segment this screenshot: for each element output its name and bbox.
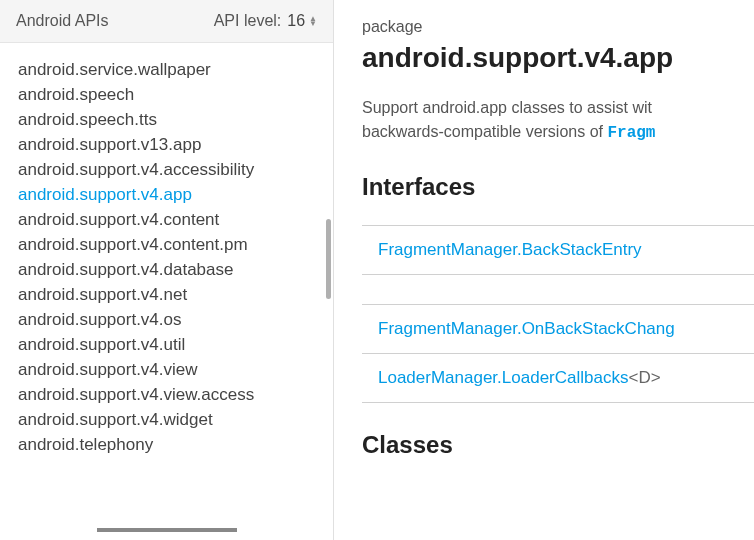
- sidebar-header: Android APIs API level: 16 ▲▼: [0, 0, 333, 43]
- spinner-icon: ▲▼: [309, 16, 317, 26]
- package-item[interactable]: android.support.v4.net: [18, 282, 333, 307]
- interface-row: FragmentManager.OnBackStackChang: [362, 305, 754, 354]
- interface-link[interactable]: FragmentManager.BackStackEntry: [378, 240, 642, 259]
- package-item[interactable]: android.support.v4.os: [18, 307, 333, 332]
- generic-param: <D>: [628, 368, 660, 387]
- package-item[interactable]: android.support.v4.util: [18, 332, 333, 357]
- resize-handle[interactable]: …: [97, 528, 237, 540]
- package-item[interactable]: android.support.v4.view: [18, 357, 333, 382]
- api-level-selector[interactable]: API level: 16 ▲▼: [214, 12, 317, 30]
- package-item[interactable]: android.support.v4.content.pm: [18, 232, 333, 257]
- package-item[interactable]: android.support.v4.app: [18, 182, 333, 207]
- interface-link[interactable]: LoaderManager.LoaderCallbacks: [378, 368, 628, 387]
- package-item[interactable]: android.support.v4.database: [18, 257, 333, 282]
- classes-heading: Classes: [362, 431, 754, 459]
- package-list[interactable]: android.service.wallpaperandroid.speecha…: [0, 43, 333, 540]
- overline-label: package: [362, 18, 754, 36]
- fragment-link[interactable]: Fragm: [607, 124, 655, 142]
- package-item[interactable]: android.speech: [18, 82, 333, 107]
- interface-row: LoaderManager.LoaderCallbacks<D>: [362, 354, 754, 403]
- package-item[interactable]: android.speech.tts: [18, 107, 333, 132]
- package-item[interactable]: android.service.wallpaper: [18, 57, 333, 82]
- sidebar: Android APIs API level: 16 ▲▼ android.se…: [0, 0, 334, 540]
- interfaces-heading: Interfaces: [362, 173, 754, 201]
- package-item[interactable]: android.support.v13.app: [18, 132, 333, 157]
- api-level-value: 16 ▲▼: [287, 12, 317, 30]
- interface-row: FragmentManager.BackStackEntry: [362, 226, 754, 275]
- package-item[interactable]: android.support.v4.widget: [18, 407, 333, 432]
- interfaces-table: FragmentManager.BackStackEntryFragmentMa…: [362, 225, 754, 403]
- page-title: android.support.v4.app: [362, 42, 754, 74]
- package-item[interactable]: android.telephony: [18, 432, 333, 457]
- package-item[interactable]: android.support.v4.view.access: [18, 382, 333, 407]
- interface-link[interactable]: FragmentManager.OnBackStackChang: [378, 319, 675, 338]
- package-item[interactable]: android.support.v4.content: [18, 207, 333, 232]
- sidebar-title: Android APIs: [16, 12, 109, 30]
- main-content: package android.support.v4.app Support a…: [334, 0, 754, 540]
- package-item[interactable]: android.support.v4.accessibility: [18, 157, 333, 182]
- table-spacer: [362, 275, 754, 305]
- scrollbar-thumb[interactable]: [326, 219, 331, 299]
- package-description: Support android.app classes to assist wi…: [362, 96, 754, 145]
- api-level-label: API level:: [214, 12, 282, 30]
